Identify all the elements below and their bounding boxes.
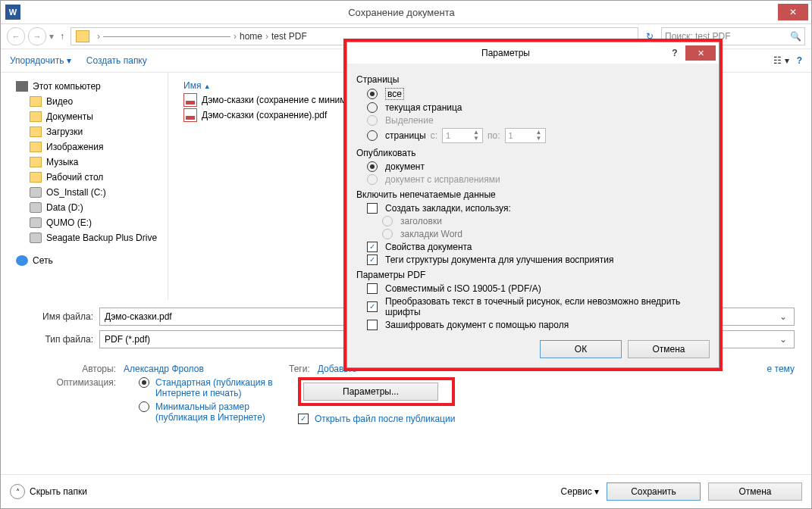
tree-drive-c[interactable]: OS_Install (C:): [1, 185, 168, 200]
authors-label: Авторы:: [17, 364, 116, 374]
nav-tree: Этот компьютер Видео Документы Загрузки …: [1, 73, 168, 300]
bookmarks-word-radio: закладки Word: [359, 229, 710, 239]
modal-close-button[interactable]: ✕: [685, 45, 716, 61]
tree-drive-seagate[interactable]: Seagate Backup Plus Drive: [1, 230, 168, 245]
save-dialog: W Сохранение документа ✕ ← → ▾ ↑ › —————…: [0, 0, 812, 509]
tree-drive-d[interactable]: Data (D:): [1, 200, 168, 215]
pages-all-radio[interactable]: все: [359, 88, 710, 100]
pdf-encrypt-checkbox[interactable]: Зашифровать документ с помощью пароля: [359, 320, 710, 330]
pdf-bitmap-checkbox[interactable]: Преобразовать текст в точечный рисунок, …: [359, 296, 710, 317]
options-button[interactable]: Параметры...: [303, 383, 438, 401]
options-dialog: Параметры ? ✕ Страницы все текущая стран…: [343, 39, 723, 371]
tree-drive-e[interactable]: QUMO (E:): [1, 215, 168, 230]
drive-icon: [30, 217, 42, 228]
checkbox-off-icon: [367, 283, 378, 294]
new-folder-button[interactable]: Создать папку: [86, 55, 147, 66]
chevron-down-icon[interactable]: ⌄: [777, 334, 789, 345]
authors-value[interactable]: Александр Фролов: [124, 364, 204, 374]
radio-off-icon: [139, 401, 149, 412]
pages-selection-radio: Выделение: [359, 115, 710, 126]
opt-standard-radio[interactable]: Стандартная (публикация в Интернете и пе…: [139, 377, 275, 398]
tree-downloads[interactable]: Загрузки: [1, 124, 168, 139]
crumb-folder[interactable]: test PDF: [271, 31, 307, 42]
pages-current-radio[interactable]: текущая страница: [359, 102, 710, 113]
nav-forward-button[interactable]: →: [28, 27, 46, 45]
modal-title: Параметры: [347, 48, 664, 58]
tree-desktop[interactable]: Рабочий стол: [1, 170, 168, 185]
help-icon[interactable]: ?: [797, 55, 802, 66]
folder-icon: [30, 111, 42, 122]
filename-label: Имя файла:: [17, 311, 93, 322]
bookmarks-headings-radio: заголовки: [359, 216, 710, 226]
radio-disabled-icon: [367, 174, 378, 185]
checkbox-on-icon: [367, 301, 378, 312]
radio-disabled-icon: [367, 115, 378, 126]
radio-on-icon: [367, 89, 378, 99]
opt-min-radio[interactable]: Минимальный размер (публикация в Интерне…: [139, 401, 275, 423]
modal-help-button[interactable]: ?: [664, 48, 685, 58]
drive-icon: [30, 233, 42, 243]
optimization-block: Оптимизация: Стандартная (публикация в И…: [1, 377, 811, 424]
pages-group-label: Страницы: [356, 74, 710, 85]
options-button-highlight: Параметры...: [298, 377, 455, 406]
network-icon: [16, 255, 28, 266]
radio-disabled-icon: [382, 229, 393, 239]
hide-folders-button[interactable]: ˄ Скрыть папки: [10, 484, 87, 499]
titlebar: W Сохранение документа ✕: [1, 1, 811, 24]
page-from-input[interactable]: 1▲▼: [442, 128, 483, 143]
tree-network[interactable]: Сеть: [1, 253, 168, 268]
tags-label: Теги:: [280, 364, 310, 374]
modal-ok-button[interactable]: ОК: [540, 340, 622, 358]
save-button[interactable]: Сохранить: [607, 482, 701, 501]
folder-icon: [30, 96, 42, 107]
folder-icon: [76, 30, 89, 42]
tree-music[interactable]: Музыка: [1, 155, 168, 170]
view-options-button[interactable]: ☷ ▾: [773, 55, 788, 66]
checkbox-off-icon: [367, 320, 378, 330]
checkbox-on-icon: [298, 414, 309, 424]
open-after-checkbox[interactable]: Открыть файл после публикации: [298, 414, 455, 424]
doc-tags-checkbox[interactable]: Теги структуры документа для улучшения в…: [359, 254, 710, 265]
tree-documents[interactable]: Документы: [1, 109, 168, 124]
tree-pictures[interactable]: Изображения: [1, 139, 168, 155]
pages-range-radio[interactable]: страницы с: 1▲▼ по: 1▲▼: [359, 128, 710, 143]
publish-doc-radio[interactable]: документ: [359, 161, 710, 172]
word-app-icon: W: [5, 5, 20, 20]
pc-icon: [16, 81, 28, 92]
organize-menu[interactable]: Упорядочить ▾: [10, 55, 71, 66]
pdf-group-label: Параметры PDF: [356, 270, 710, 280]
pdf-iso-checkbox[interactable]: Совместимый с ISO 19005-1 (PDF/A): [359, 283, 710, 294]
cancel-button[interactable]: Отмена: [708, 482, 802, 501]
pdf-icon: [183, 93, 197, 107]
modal-cancel-button[interactable]: Отмена: [628, 340, 710, 358]
nav-up-button[interactable]: ↑: [57, 31, 67, 42]
chevron-down-icon[interactable]: ⌄: [777, 311, 789, 322]
search-icon: 🔍: [790, 31, 801, 42]
tree-videos[interactable]: Видео: [1, 94, 168, 109]
publish-group-label: Опубликовать: [356, 148, 710, 158]
crumb-home[interactable]: home: [240, 31, 262, 42]
window-close-button[interactable]: ✕: [778, 4, 808, 20]
radio-off-icon: [367, 102, 378, 113]
drive-icon: [30, 187, 42, 198]
radio-disabled-icon: [382, 216, 393, 226]
optimize-label: Оптимизация:: [17, 377, 116, 388]
footer: ˄ Скрыть папки Сервис ▾ Сохранить Отмена: [1, 474, 811, 508]
drive-icon: [30, 202, 42, 213]
page-to-input[interactable]: 1▲▼: [505, 128, 546, 143]
nav-recent-icon[interactable]: ▾: [49, 31, 54, 42]
nav-back-button[interactable]: ←: [7, 27, 25, 45]
tree-this-pc[interactable]: Этот компьютер: [1, 79, 168, 94]
folder-icon: [30, 142, 42, 152]
tools-menu[interactable]: Сервис ▾: [561, 486, 599, 497]
folder-icon: [30, 126, 42, 137]
folder-icon: [30, 172, 42, 183]
doc-props-checkbox[interactable]: Свойства документа: [359, 242, 710, 252]
radio-on-icon: [139, 377, 149, 388]
create-bookmarks-checkbox[interactable]: Создать закладки, используя:: [359, 203, 710, 214]
title-value[interactable]: е тему: [767, 364, 795, 374]
checkbox-off-icon: [367, 203, 378, 214]
publish-rev-radio: документ с исправлениями: [359, 174, 710, 185]
filetype-label: Тип файла:: [17, 334, 93, 345]
modal-titlebar: Параметры ? ✕: [347, 42, 719, 64]
